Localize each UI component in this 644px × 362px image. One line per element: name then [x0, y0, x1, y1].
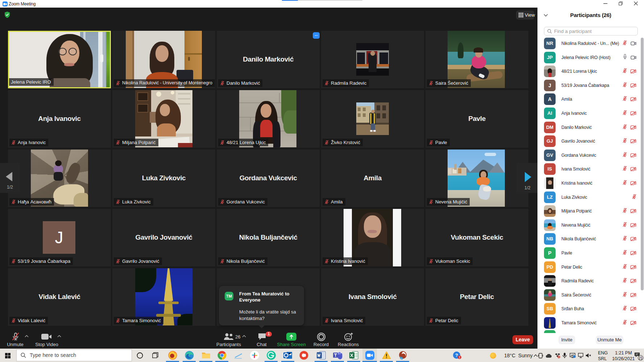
svg-text:?: ? — [455, 353, 458, 358]
